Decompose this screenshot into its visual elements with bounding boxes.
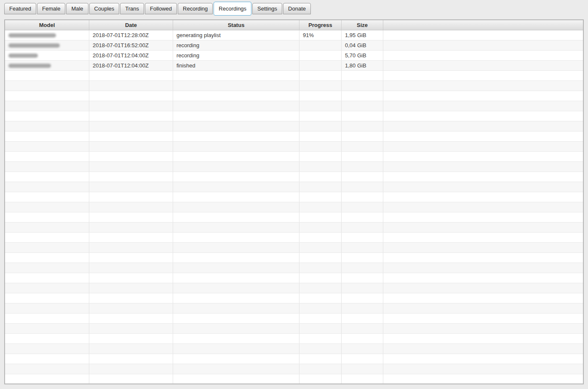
cell-progress	[299, 111, 342, 121]
redacted-model-blur	[8, 54, 38, 58]
table-row-empty	[5, 243, 583, 253]
cell-size	[342, 91, 383, 101]
cell-date	[89, 364, 173, 374]
table-row-empty	[5, 354, 583, 364]
cell-status: finished	[173, 61, 299, 70]
cell-status	[173, 354, 299, 364]
cell-size	[342, 121, 383, 131]
tab-trans[interactable]: Trans	[120, 3, 144, 14]
cell-date	[89, 162, 173, 172]
column-header-progress[interactable]: Progress	[299, 20, 342, 30]
table-row-empty	[5, 303, 583, 314]
cell-model	[5, 152, 89, 161]
cell-size	[342, 101, 383, 111]
cell-status	[173, 314, 299, 323]
cell-progress	[299, 101, 342, 111]
cell-model	[5, 253, 89, 263]
table-row-empty	[5, 182, 583, 192]
cell-date	[89, 152, 173, 161]
cell-status	[173, 152, 299, 161]
cell-status	[173, 101, 299, 111]
cell-model	[5, 344, 89, 354]
table-row[interactable]: 2018-07-01T12:28:00Zgenerating playlist9…	[5, 30, 583, 40]
column-header-status[interactable]: Status	[173, 20, 299, 30]
cell-status	[173, 172, 299, 182]
tab-female[interactable]: Female	[37, 3, 65, 14]
cell-model	[5, 374, 89, 384]
table-row-empty	[5, 253, 583, 263]
cell-status	[173, 273, 299, 283]
cell-date	[89, 233, 173, 242]
cell-spacer	[383, 81, 583, 91]
cell-model	[5, 243, 89, 252]
table-row-empty	[5, 162, 583, 172]
column-header-size[interactable]: Size	[342, 20, 383, 30]
table-row-empty	[5, 142, 583, 152]
cell-status	[173, 212, 299, 222]
tab-couples[interactable]: Couples	[89, 3, 120, 14]
cell-model	[5, 364, 89, 374]
cell-model	[5, 111, 89, 121]
table-row-empty	[5, 364, 583, 374]
cell-spacer	[383, 233, 583, 242]
cell-model	[5, 324, 89, 333]
cell-spacer	[383, 40, 583, 50]
cell-date	[89, 314, 173, 323]
cell-progress	[299, 91, 342, 101]
cell-model	[5, 192, 89, 202]
cell-spacer	[383, 223, 583, 232]
cell-status	[173, 324, 299, 333]
cell-model	[5, 212, 89, 222]
table-row-empty	[5, 172, 583, 182]
table-row-empty	[5, 223, 583, 233]
cell-spacer	[383, 314, 583, 323]
cell-spacer	[383, 364, 583, 374]
cell-date	[89, 202, 173, 212]
cell-model	[5, 273, 89, 283]
cell-progress	[299, 364, 342, 374]
table-row-empty	[5, 101, 583, 111]
cell-progress	[299, 324, 342, 333]
redacted-model-blur	[8, 43, 60, 48]
tab-donate[interactable]: Donate	[283, 3, 311, 14]
cell-progress	[299, 303, 342, 313]
cell-spacer	[383, 30, 583, 40]
table-row[interactable]: 2018-07-01T16:52:00Zrecording0,04 GiB	[5, 40, 583, 51]
cell-date	[89, 253, 173, 263]
table-row[interactable]: 2018-07-01T12:04:00Zfinished1,80 GiB	[5, 61, 583, 71]
table-row-empty	[5, 131, 583, 142]
table-row-empty	[5, 233, 583, 243]
redacted-model-blur	[8, 33, 56, 38]
tab-recordings[interactable]: Recordings	[214, 2, 251, 16]
cell-spacer	[383, 162, 583, 172]
tab-settings[interactable]: Settings	[252, 3, 282, 14]
cell-status	[173, 364, 299, 374]
table-row-empty	[5, 91, 583, 101]
table-row[interactable]: 2018-07-01T12:04:00Zrecording5,70 GiB	[5, 51, 583, 61]
tab-featured[interactable]: Featured	[4, 3, 36, 14]
cell-size	[342, 81, 383, 91]
cell-date	[89, 172, 173, 182]
tab-male[interactable]: Male	[66, 3, 88, 14]
column-header-date[interactable]: Date	[89, 20, 173, 30]
cell-size: 1,80 GiB	[342, 61, 383, 70]
tab-recording[interactable]: Recording	[178, 3, 213, 14]
cell-status	[173, 162, 299, 172]
column-header-spacer[interactable]	[383, 20, 583, 30]
cell-date	[89, 91, 173, 101]
cell-size	[342, 131, 383, 141]
cell-size: 0,04 GiB	[342, 40, 383, 50]
tab-followed[interactable]: Followed	[145, 3, 177, 14]
table-row-empty	[5, 111, 583, 121]
cell-spacer	[383, 202, 583, 212]
cell-model	[5, 172, 89, 182]
cell-status	[173, 374, 299, 384]
cell-spacer	[383, 101, 583, 111]
cell-date	[89, 293, 173, 303]
cell-size	[342, 71, 383, 80]
cell-size	[342, 253, 383, 263]
column-header-model[interactable]: Model	[5, 20, 89, 30]
cell-size	[342, 243, 383, 252]
cell-date	[89, 354, 173, 364]
cell-spacer	[383, 172, 583, 182]
